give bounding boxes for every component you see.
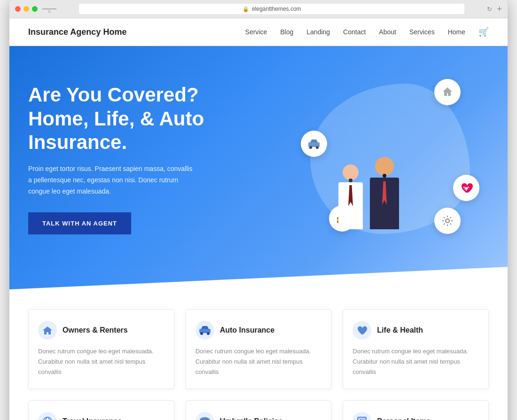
svg-point-8 [446, 219, 449, 223]
svg-point-1 [309, 146, 312, 149]
card-header-4: Travel Insurance [38, 412, 164, 420]
cards-row-2: Travel Insurance Donec rutrum congue leo… [28, 400, 489, 420]
nav-blog[interactable]: Blog [280, 28, 293, 36]
svg-point-10 [200, 332, 203, 335]
house-icon [434, 79, 461, 105]
svg-point-11 [207, 332, 210, 335]
maximize-button[interactable] [32, 6, 38, 12]
card-owners-renters: Owners & Renters Donec rutrum congue leo… [28, 309, 174, 389]
site-header: Insurance Agency Home Service Blog Landi… [9, 18, 508, 46]
browser-window: ≡ 🔒 elegantthemes.com ↻ + Insurance Agen… [9, 0, 508, 420]
new-tab-button[interactable]: + [497, 4, 502, 14]
card-header-5: Umbrella Policies [196, 412, 322, 420]
talk-with-agent-button[interactable]: TALK WITH AN AGENT [28, 212, 131, 234]
hero-left: Are You Covered? Home, Life, & Auto Insu… [28, 83, 235, 234]
svg-point-2 [316, 146, 319, 149]
life-health-icon [352, 321, 371, 340]
card-desc-2: Donec rutrum congue leo eget malesuada. … [196, 346, 322, 377]
car-icon [301, 131, 327, 157]
refresh-icon[interactable]: ↻ [487, 6, 492, 13]
settings-icon [434, 208, 461, 234]
hero-description: Proin eget tortor risus. Praesent sapien… [28, 163, 197, 197]
svg-point-12 [43, 417, 52, 420]
card-header-6: Personal Items [352, 412, 479, 420]
card-life-health: Life & Health Donec rutrum congue leo eg… [343, 309, 489, 389]
card-title-5: Umbrella Policies [220, 417, 282, 420]
card-title-3: Life & Health [377, 326, 423, 334]
umbrella-policies-icon [196, 412, 214, 420]
card-auto-insurance: Auto Insurance Donec rutrum congue leo e… [186, 309, 332, 389]
card-travel-insurance: Travel Insurance Donec rutrum congue leo… [28, 400, 174, 420]
minimize-button[interactable] [24, 6, 29, 12]
auto-insurance-icon [196, 321, 214, 340]
nav-contact[interactable]: Contact [343, 28, 366, 36]
lock-icon: 🔒 [243, 6, 249, 12]
personal-items-icon [352, 412, 371, 420]
card-personal-items: Personal Items Donec rutrum congue leo e… [343, 400, 489, 420]
hero-title: Are You Covered? Home, Life, & Auto Insu… [28, 83, 235, 154]
owners-renters-icon [38, 321, 57, 340]
hero-section: Are You Covered? Home, Life, & Auto Insu… [9, 46, 508, 290]
card-title-2: Auto Insurance [220, 326, 274, 334]
address-bar[interactable]: 🔒 elegantthemes.com [79, 4, 464, 14]
travel-insurance-icon [38, 412, 57, 420]
card-desc-3: Donec rutrum congue leo eget malesuada. … [352, 346, 479, 377]
card-header-3: Life & Health [352, 321, 479, 340]
card-title-1: Owners & Renters [63, 326, 128, 334]
card-title-4: Travel Insurance [63, 417, 122, 420]
browser-chrome: ≡ 🔒 elegantthemes.com ↻ + [9, 0, 508, 18]
cart-icon[interactable]: 🛒 [478, 27, 489, 37]
nav-services[interactable]: Services [409, 28, 435, 36]
card-header-2: Auto Insurance [196, 321, 322, 340]
cards-section: Owners & Renters Donec rutrum congue leo… [9, 290, 508, 420]
hero-illustration [291, 74, 489, 243]
nav-landing[interactable]: Landing [306, 28, 330, 36]
nav-service[interactable]: Service [245, 28, 267, 36]
close-button[interactable] [15, 6, 21, 12]
heart-icon [453, 175, 479, 201]
cards-row-1: Owners & Renters Donec rutrum congue leo… [28, 309, 489, 389]
card-desc-1: Donec rutrum congue leo eget malesuada. … [38, 346, 164, 377]
card-title-6: Personal Items [377, 417, 431, 420]
nav-home[interactable]: Home [448, 28, 465, 36]
traffic-lights [15, 6, 38, 12]
card-umbrella-policies: Umbrella Policies Donec rutrum congue le… [186, 400, 332, 420]
card-header-1: Owners & Renters [38, 321, 164, 340]
site-logo: Insurance Agency Home [28, 27, 126, 37]
url-text: elegantthemes.com [252, 6, 301, 12]
site-nav: Service Blog Landing Contact About Servi… [245, 27, 489, 37]
nav-about[interactable]: About [379, 28, 396, 36]
